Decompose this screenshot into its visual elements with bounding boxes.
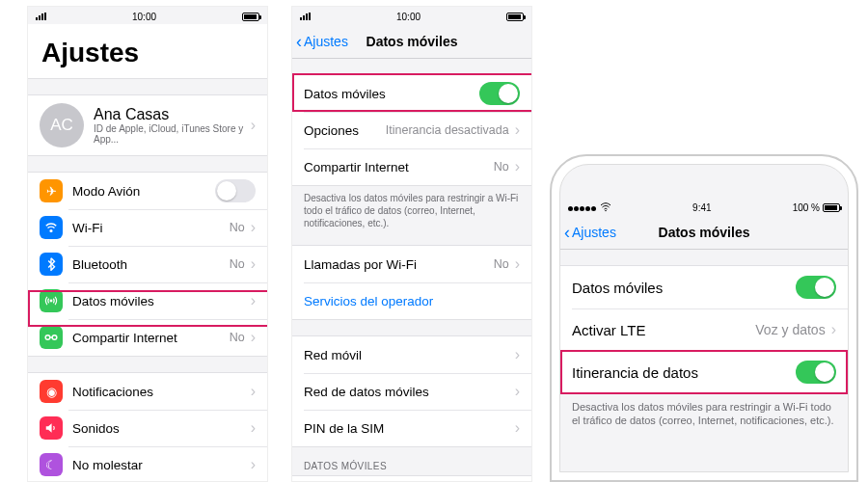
chevron-right-icon: ›	[251, 292, 256, 309]
row-label: Datos móviles	[304, 87, 479, 101]
chevron-right-icon: ›	[831, 321, 836, 338]
back-button[interactable]: ‹ Ajustes	[296, 24, 348, 58]
chevron-right-icon: ›	[515, 383, 520, 400]
nav-title: Datos móviles	[366, 34, 458, 49]
svg-point-3	[52, 335, 57, 340]
row-dnd[interactable]: ☾ No molestar ›	[28, 446, 267, 482]
row-data-roaming[interactable]: Itinerancia de datos	[560, 351, 848, 393]
group-header: DATOS MÓVILES	[292, 447, 531, 475]
chevron-right-icon: ›	[251, 456, 256, 473]
battery-percent: 100 %	[793, 202, 820, 213]
row-cellular-data[interactable]: Datos móviles	[560, 266, 848, 308]
row-label: Notificaciones	[72, 385, 251, 399]
row-label: Opciones	[304, 123, 386, 138]
row-value: Voz y datos	[755, 322, 825, 337]
row-network[interactable]: Red móvil ›	[292, 336, 531, 373]
bluetooth-icon	[40, 253, 63, 276]
row-data-network[interactable]: Red de datos móviles ›	[292, 373, 531, 410]
status-time: 10:00	[396, 12, 420, 22]
row-label: Datos móviles	[572, 280, 796, 296]
svg-point-2	[45, 335, 50, 340]
row-label: Servicios del operador	[304, 294, 520, 308]
chevron-right-icon: ›	[515, 158, 520, 175]
row-wifi[interactable]: Wi-Fi No ›	[28, 209, 267, 246]
back-label: Ajustes	[572, 225, 616, 240]
airplane-toggle[interactable]	[215, 179, 256, 202]
row-wifi-calling[interactable]: Llamadas por Wi-Fi No ›	[292, 246, 531, 282]
back-button[interactable]: ‹ Ajustes	[564, 215, 616, 249]
profile-sub: ID de Apple, iCloud, iTunes Store y App.…	[94, 123, 251, 145]
row-notifications[interactable]: ◉ Notificaciones ›	[28, 373, 267, 410]
chevron-right-icon: ›	[251, 383, 256, 400]
row-bluetooth[interactable]: Bluetooth No ›	[28, 246, 267, 282]
svg-point-0	[50, 230, 52, 232]
row-value: No	[230, 221, 245, 234]
row-label: Itinerancia de datos	[572, 364, 796, 381]
row-value: No	[494, 160, 509, 174]
chevron-right-icon: ›	[515, 121, 520, 139]
status-bar: 10:00	[292, 7, 531, 24]
row-lte[interactable]: Activar LTE Voz y datos ›	[560, 308, 848, 351]
chevron-left-icon: ‹	[564, 224, 570, 241]
cellular-toggle[interactable]	[796, 276, 836, 299]
chevron-right-icon: ›	[251, 117, 256, 134]
chevron-right-icon: ›	[251, 255, 256, 273]
chevron-right-icon: ›	[251, 219, 256, 236]
row-label: Red de datos móviles	[304, 385, 515, 399]
row-hotspot[interactable]: Compartir Internet No ›	[292, 148, 531, 185]
row-cellular[interactable]: Datos móviles ›	[28, 282, 267, 319]
airplane-icon: ✈	[40, 179, 63, 202]
status-time: 10:00	[132, 12, 156, 22]
page-title: Ajustes	[28, 24, 267, 79]
chevron-right-icon: ›	[515, 346, 520, 363]
signal-icon	[568, 202, 597, 213]
chevron-right-icon: ›	[251, 419, 256, 437]
row-airplane[interactable]: ✈ Modo Avión	[28, 173, 267, 209]
row-carrier-services[interactable]: Servicios del operador	[292, 282, 531, 319]
dnd-icon: ☾	[40, 453, 63, 476]
battery-icon	[506, 13, 524, 21]
nav-title: Datos móviles	[659, 225, 750, 240]
row-sounds[interactable]: Sonidos ›	[28, 410, 267, 446]
row-current-period[interactable]: Periodo actual 6,0 MB	[292, 476, 531, 482]
antenna-icon	[40, 289, 63, 312]
svg-point-1	[50, 300, 52, 302]
sounds-icon	[40, 416, 63, 440]
signal-icon	[300, 13, 311, 20]
row-value: No	[230, 331, 245, 344]
profile-name: Ana Casas	[94, 106, 251, 123]
wifi-status-icon	[600, 202, 611, 212]
chevron-right-icon: ›	[515, 255, 520, 273]
row-label: Bluetooth	[72, 257, 230, 272]
row-label: No molestar	[72, 458, 251, 472]
chevron-left-icon: ‹	[296, 33, 302, 50]
wifi-icon	[40, 216, 63, 239]
back-label: Ajustes	[304, 34, 348, 49]
status-bar: 9:41 100 %	[560, 198, 848, 215]
row-value: No	[494, 257, 509, 271]
chevron-right-icon: ›	[515, 419, 520, 437]
group-footer: Desactiva los datos móviles para restrin…	[560, 394, 848, 428]
row-cellular-data[interactable]: Datos móviles	[292, 75, 531, 112]
row-label: Compartir Internet	[304, 160, 494, 174]
battery-icon	[242, 13, 259, 21]
row-value: No	[230, 257, 245, 271]
status-bar: 10:00	[28, 7, 267, 24]
roaming-toggle[interactable]	[796, 361, 836, 384]
profile-row[interactable]: AC Ana Casas ID de Apple, iCloud, iTunes…	[28, 95, 267, 155]
row-label: Wi-Fi	[72, 221, 230, 235]
signal-icon	[36, 13, 46, 20]
chevron-right-icon: ›	[251, 329, 256, 346]
avatar: AC	[40, 103, 84, 147]
row-label: Sonidos	[72, 421, 251, 436]
status-time: 9:41	[692, 202, 711, 213]
row-options[interactable]: Opciones Itinerancia desactivada ›	[292, 112, 531, 148]
row-sim-pin[interactable]: PIN de la SIM ›	[292, 410, 531, 446]
row-label: Llamadas por Wi-Fi	[304, 257, 494, 272]
row-value: Itinerancia desactivada	[386, 123, 509, 137]
row-label: Compartir Internet	[72, 331, 230, 345]
row-hotspot[interactable]: Compartir Internet No ›	[28, 319, 267, 356]
cellular-toggle[interactable]	[479, 82, 520, 105]
hotspot-icon	[40, 326, 63, 349]
row-label: PIN de la SIM	[304, 421, 515, 436]
